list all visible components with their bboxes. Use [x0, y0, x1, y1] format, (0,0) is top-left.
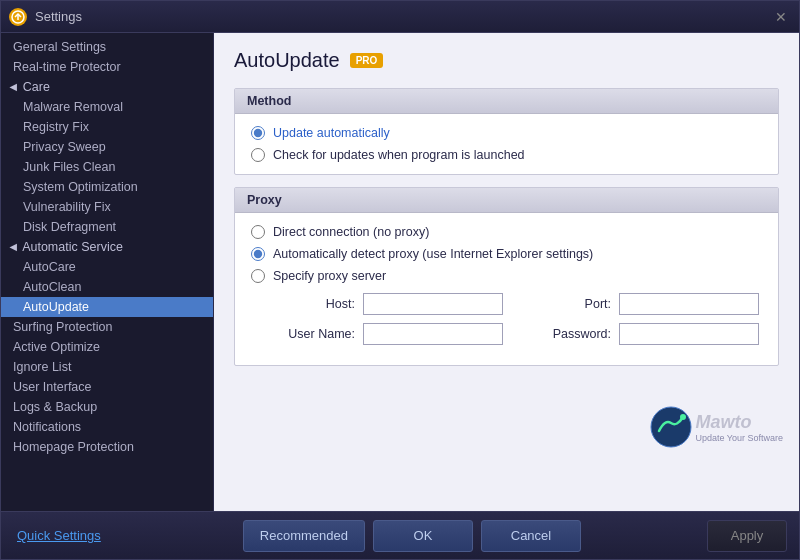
- content-wrapper: AutoUpdate PRO Method Update automatical…: [214, 33, 799, 511]
- sidebar-item-autoupdate[interactable]: AutoUpdate: [1, 297, 213, 317]
- recommended-button[interactable]: Recommended: [243, 520, 365, 552]
- sidebar-item-logs-backup[interactable]: Logs & Backup: [1, 397, 213, 417]
- sidebar-item-system-optimization[interactable]: System Optimization: [1, 177, 213, 197]
- apply-button[interactable]: Apply: [707, 520, 787, 552]
- sidebar-item-autocare[interactable]: AutoCare: [1, 257, 213, 277]
- host-port-row: Host: Port:: [275, 293, 762, 315]
- sidebar-item-vulnerability-fix[interactable]: Vulnerability Fix: [1, 197, 213, 217]
- method-section-header: Method: [235, 89, 778, 114]
- app-icon: [9, 8, 27, 26]
- username-password-row: User Name: Password:: [275, 323, 762, 345]
- method-auto-label: Update automatically: [273, 126, 390, 140]
- sidebar-item-disk-defragment[interactable]: Disk Defragment: [1, 217, 213, 237]
- sidebar-item-automatic-service[interactable]: ◄ Automatic Service: [1, 237, 213, 257]
- sidebar-item-homepage-protection[interactable]: Homepage Protection: [1, 437, 213, 457]
- svg-point-1: [651, 407, 691, 447]
- ok-button[interactable]: OK: [373, 520, 473, 552]
- proxy-option-auto[interactable]: Automatically detect proxy (use Internet…: [251, 247, 762, 261]
- port-label: Port:: [531, 297, 611, 311]
- password-input[interactable]: [619, 323, 759, 345]
- method-radio-group: Update automatically Check for updates w…: [251, 126, 762, 162]
- username-input[interactable]: [363, 323, 503, 345]
- cancel-button[interactable]: Cancel: [481, 520, 581, 552]
- proxy-specify-label: Specify proxy server: [273, 269, 386, 283]
- page-title: AutoUpdate: [234, 49, 340, 72]
- method-check-radio[interactable]: [251, 148, 265, 162]
- main-content: General Settings Real-time Protector ◄ C…: [1, 33, 799, 511]
- pro-badge: PRO: [350, 53, 384, 68]
- username-field-pair: User Name:: [275, 323, 503, 345]
- sidebar-item-junk-files-clean[interactable]: Junk Files Clean: [1, 157, 213, 177]
- page-header: AutoUpdate PRO: [234, 49, 779, 72]
- username-label: User Name:: [275, 327, 355, 341]
- bottom-buttons: Recommended OK Cancel: [117, 520, 707, 552]
- sidebar-item-realtime-protector[interactable]: Real-time Protector: [1, 57, 213, 77]
- proxy-direct-label: Direct connection (no proxy): [273, 225, 429, 239]
- sidebar-item-surfing-protection[interactable]: Surfing Protection: [1, 317, 213, 337]
- proxy-fields: Host: Port: User Name:: [275, 293, 762, 345]
- host-label: Host:: [275, 297, 355, 311]
- svg-point-2: [680, 414, 686, 420]
- bottom-bar: Quick Settings Recommended OK Cancel App…: [1, 511, 799, 559]
- proxy-specify-radio[interactable]: [251, 269, 265, 283]
- proxy-section: Proxy Direct connection (no proxy) Autom…: [234, 187, 779, 366]
- sidebar-item-active-optimize[interactable]: Active Optimize: [1, 337, 213, 357]
- method-section-body: Update automatically Check for updates w…: [235, 114, 778, 174]
- proxy-option-specify[interactable]: Specify proxy server: [251, 269, 762, 283]
- password-label: Password:: [531, 327, 611, 341]
- logo-subtext: Update Your Software: [695, 433, 783, 443]
- sidebar-item-malware-removal[interactable]: Malware Removal: [1, 97, 213, 117]
- logo-name: Mawto: [695, 412, 783, 433]
- close-button[interactable]: ✕: [771, 7, 791, 27]
- sidebar-item-ignore-list[interactable]: Ignore List: [1, 357, 213, 377]
- proxy-section-body: Direct connection (no proxy) Automatical…: [235, 213, 778, 365]
- password-field-pair: Password:: [531, 323, 759, 345]
- proxy-direct-radio[interactable]: [251, 225, 265, 239]
- proxy-section-header: Proxy: [235, 188, 778, 213]
- proxy-auto-radio[interactable]: [251, 247, 265, 261]
- logo-icon: [647, 403, 695, 451]
- logo-area: Mawto Update Your Software: [647, 403, 783, 451]
- proxy-radio-group: Direct connection (no proxy) Automatical…: [251, 225, 762, 283]
- sidebar-item-user-interface[interactable]: User Interface: [1, 377, 213, 397]
- sidebar: General Settings Real-time Protector ◄ C…: [1, 33, 214, 511]
- method-auto-radio[interactable]: [251, 126, 265, 140]
- window-title: Settings: [35, 9, 771, 24]
- logo-text-group: Mawto Update Your Software: [695, 412, 783, 443]
- host-field-pair: Host:: [275, 293, 503, 315]
- settings-window: Settings ✕ General Settings Real-time Pr…: [0, 0, 800, 560]
- proxy-option-direct[interactable]: Direct connection (no proxy): [251, 225, 762, 239]
- method-option-auto[interactable]: Update automatically: [251, 126, 762, 140]
- method-check-label: Check for updates when program is launch…: [273, 148, 525, 162]
- proxy-auto-label: Automatically detect proxy (use Internet…: [273, 247, 593, 261]
- method-section: Method Update automatically Check for up…: [234, 88, 779, 175]
- host-input[interactable]: [363, 293, 503, 315]
- title-bar: Settings ✕: [1, 1, 799, 33]
- sidebar-item-autoclean[interactable]: AutoClean: [1, 277, 213, 297]
- sidebar-item-care[interactable]: ◄ Care: [1, 77, 213, 97]
- sidebar-item-registry-fix[interactable]: Registry Fix: [1, 117, 213, 137]
- sidebar-item-notifications[interactable]: Notifications: [1, 417, 213, 437]
- method-option-check[interactable]: Check for updates when program is launch…: [251, 148, 762, 162]
- quick-settings-button[interactable]: Quick Settings: [1, 528, 117, 543]
- port-field-pair: Port:: [531, 293, 759, 315]
- port-input[interactable]: [619, 293, 759, 315]
- sidebar-item-privacy-sweep[interactable]: Privacy Sweep: [1, 137, 213, 157]
- sidebar-item-general-settings[interactable]: General Settings: [1, 37, 213, 57]
